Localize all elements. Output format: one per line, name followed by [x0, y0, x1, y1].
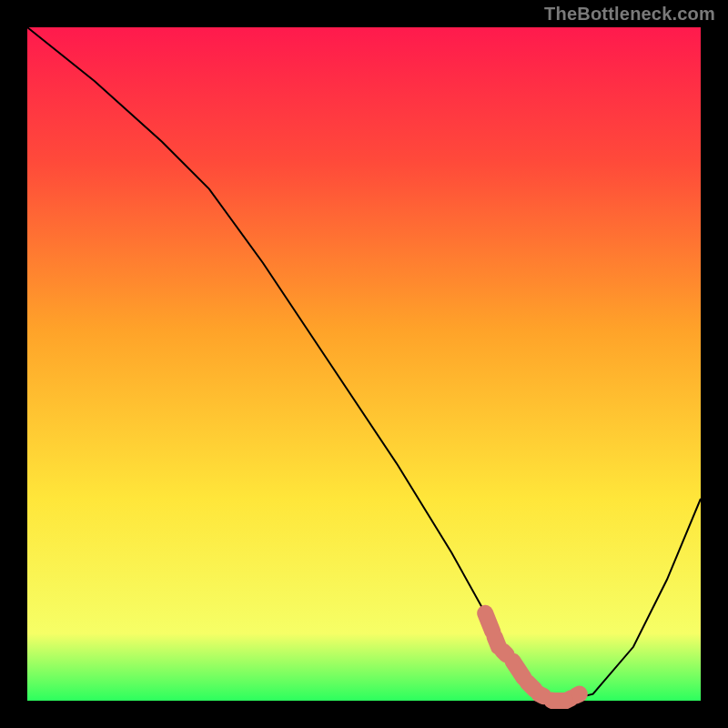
plot-background: [27, 27, 701, 701]
bottleneck-chart: [0, 0, 728, 728]
optimal-point: [559, 693, 573, 708]
attribution-label: TheBottleneck.com: [544, 4, 715, 25]
